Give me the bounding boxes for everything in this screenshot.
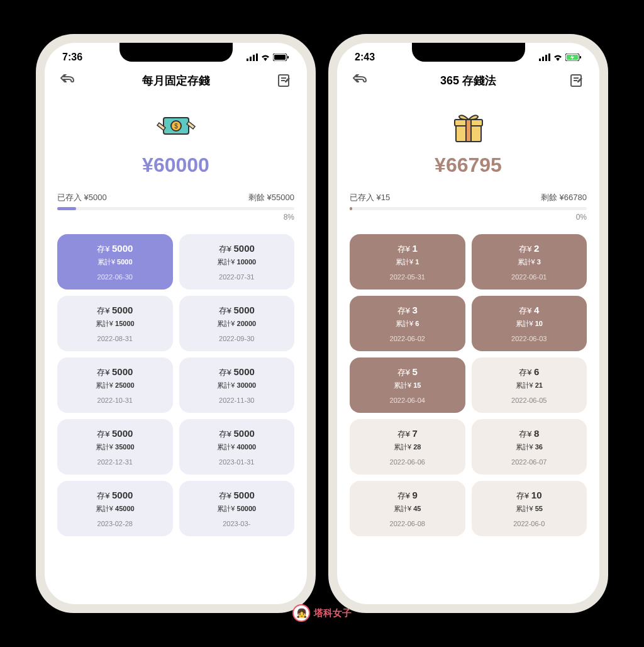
back-icon — [60, 74, 75, 87]
deposit-line: 存¥ 10 — [477, 490, 582, 502]
savings-card[interactable]: 存¥ 7累計¥ 282022-06-06 — [350, 419, 465, 475]
saved-label: 已存入 ¥5000 — [57, 192, 107, 203]
screen-right: 2:43 365 存錢法 ¥66795 已存入 ¥15 — [337, 43, 599, 604]
savings-card[interactable]: 存¥ 5000累計¥ 500002023-03- — [179, 481, 295, 536]
deposit-line: 存¥ 4 — [477, 305, 582, 317]
signal-icon — [247, 53, 258, 61]
progress-percent: 0% — [350, 213, 587, 222]
card-date: 2022-06-01 — [477, 273, 582, 281]
remain-label: 剩餘 ¥55000 — [248, 192, 294, 203]
cumulative-line: 累計¥ 25000 — [62, 381, 168, 390]
hero-section: ¥66795 — [337, 96, 599, 183]
card-date: 2022-06-30 — [62, 273, 168, 281]
edit-button[interactable] — [274, 70, 294, 91]
svg-rect-12 — [542, 57, 544, 61]
watermark-avatar: 👧 — [292, 604, 310, 622]
svg-rect-3 — [256, 53, 258, 61]
svg-rect-5 — [274, 55, 286, 60]
phone-frame-right: 2:43 365 存錢法 ¥66795 已存入 ¥15 — [328, 34, 608, 613]
status-time: 7:36 — [62, 52, 82, 63]
savings-card[interactable]: 存¥ 10累計¥ 552022-06-0 — [472, 481, 587, 536]
savings-card[interactable]: 存¥ 4累計¥ 102022-06-03 — [472, 296, 587, 351]
edit-icon — [570, 74, 584, 87]
card-date: 2022-06-0 — [477, 520, 582, 527]
cumulative-line: 累計¥ 30000 — [184, 381, 290, 390]
cumulative-line: 累計¥ 15 — [355, 381, 460, 390]
cards-grid-right: 存¥ 1累計¥ 12022-05-31存¥ 2累計¥ 32022-06-01存¥… — [337, 228, 599, 543]
card-date: 2022-06-04 — [355, 397, 460, 404]
battery-charging-icon — [565, 53, 582, 61]
card-date: 2022-10-31 — [62, 397, 168, 404]
deposit-line: 存¥ 5000 — [62, 243, 168, 255]
nav-bar: 365 存錢法 — [337, 65, 599, 96]
deposit-line: 存¥ 1 — [355, 243, 460, 255]
svg-rect-1 — [250, 57, 252, 61]
savings-card[interactable]: 存¥ 5000累計¥ 350002022-12-31 — [57, 419, 173, 475]
card-date: 2023-02-28 — [62, 520, 168, 527]
savings-card[interactable]: 存¥ 2累計¥ 32022-06-01 — [472, 234, 587, 290]
svg-text:$: $ — [174, 123, 178, 130]
gift-icon — [447, 108, 491, 146]
savings-card[interactable]: 存¥ 5000累計¥ 450002023-02-28 — [57, 481, 173, 536]
savings-card[interactable]: 存¥ 9累計¥ 452022-06-08 — [350, 481, 465, 536]
progress-section: 已存入 ¥5000 剩餘 ¥55000 8% — [45, 183, 307, 228]
deposit-line: 存¥ 7 — [355, 428, 460, 440]
hero-section: $ ¥60000 — [45, 96, 307, 183]
savings-card[interactable]: 存¥ 5000累計¥ 100002022-07-31 — [179, 234, 295, 290]
progress-section: 已存入 ¥15 剩餘 ¥66780 0% — [337, 183, 599, 228]
cumulative-line: 累計¥ 15000 — [62, 319, 168, 329]
savings-card[interactable]: 存¥ 5000累計¥ 400002023-01-31 — [179, 419, 295, 475]
progress-fill — [350, 207, 352, 210]
cumulative-line: 累計¥ 45000 — [62, 504, 168, 514]
deposit-line: 存¥ 5000 — [62, 428, 168, 440]
cumulative-line: 累計¥ 28 — [355, 442, 460, 452]
savings-card[interactable]: 存¥ 1累計¥ 12022-05-31 — [350, 234, 465, 290]
progress-bar — [57, 207, 294, 210]
savings-card[interactable]: 存¥ 5累計¥ 152022-06-04 — [350, 357, 465, 413]
savings-card[interactable]: 存¥ 5000累計¥ 50002022-06-30 — [57, 234, 173, 290]
cumulative-line: 累計¥ 21 — [477, 381, 582, 390]
card-date: 2022-06-08 — [355, 520, 460, 527]
savings-card[interactable]: 存¥ 5000累計¥ 250002022-10-31 — [57, 357, 173, 413]
card-date: 2022-05-31 — [355, 273, 460, 281]
cumulative-line: 累計¥ 45 — [355, 504, 460, 514]
savings-card[interactable]: 存¥ 5000累計¥ 150002022-08-31 — [57, 296, 173, 351]
goal-amount: ¥60000 — [45, 154, 307, 177]
deposit-line: 存¥ 3 — [355, 305, 460, 317]
money-icon: $ — [154, 108, 198, 146]
back-button[interactable] — [350, 70, 370, 91]
cumulative-line: 累計¥ 40000 — [184, 442, 290, 452]
cumulative-line: 累計¥ 55 — [477, 504, 582, 514]
progress-percent: 8% — [57, 213, 294, 222]
back-button[interactable] — [57, 70, 77, 91]
deposit-line: 存¥ 5 — [355, 366, 460, 378]
deposit-line: 存¥ 8 — [477, 428, 582, 440]
edit-icon — [277, 74, 291, 87]
savings-card[interactable]: 存¥ 5000累計¥ 200002022-09-30 — [179, 296, 295, 351]
savings-card[interactable]: 存¥ 8累計¥ 362022-06-07 — [472, 419, 587, 475]
saved-label: 已存入 ¥15 — [350, 192, 390, 203]
svg-rect-2 — [253, 55, 255, 61]
wifi-icon — [553, 53, 563, 61]
savings-card[interactable]: 存¥ 6累計¥ 212022-06-05 — [472, 357, 587, 413]
svg-rect-17 — [580, 56, 581, 59]
card-date: 2022-11-30 — [184, 397, 290, 404]
svg-rect-21 — [466, 120, 471, 142]
card-date: 2022-06-05 — [477, 397, 582, 404]
remain-label: 剩餘 ¥66780 — [541, 192, 587, 203]
savings-card[interactable]: 存¥ 3累計¥ 62022-06-02 — [350, 296, 465, 351]
edit-button[interactable] — [567, 70, 587, 91]
nav-title: 365 存錢法 — [440, 73, 496, 88]
cumulative-line: 累計¥ 5000 — [62, 257, 168, 267]
status-icons — [247, 53, 289, 61]
watermark: 👧 塔科女子 — [292, 604, 352, 622]
notch — [412, 43, 525, 62]
progress-fill — [57, 207, 76, 210]
status-icons — [539, 53, 582, 61]
card-date: 2022-09-30 — [184, 335, 290, 342]
deposit-line: 存¥ 5000 — [184, 243, 290, 255]
savings-card[interactable]: 存¥ 5000累計¥ 300002022-11-30 — [179, 357, 295, 413]
deposit-line: 存¥ 5000 — [184, 305, 290, 317]
status-time: 2:43 — [355, 52, 375, 63]
svg-rect-6 — [287, 56, 289, 59]
